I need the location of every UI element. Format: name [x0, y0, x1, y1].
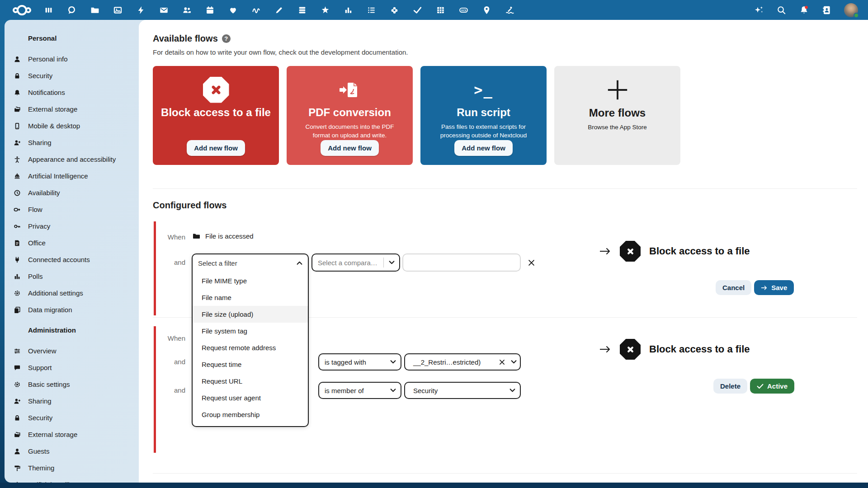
sidebar-item-connected-accounts[interactable]: Connected accounts: [5, 251, 139, 268]
terminal-icon: >_: [474, 81, 493, 99]
sidebar-item-admin-external-storage[interactable]: External storage: [5, 426, 139, 443]
logo-circle-center: [17, 5, 27, 15]
configured-flows-title: Configured flows: [153, 200, 226, 211]
filter-select-value[interactable]: Select a filter: [193, 254, 308, 272]
search-icon[interactable]: [776, 5, 787, 15]
nextcloud-logo[interactable]: [13, 5, 31, 15]
sidebar-item-guests[interactable]: Guests: [5, 443, 139, 460]
photos-icon[interactable]: [112, 5, 123, 15]
sidebar-item-appearance-accessibility[interactable]: Appearance and accessibility: [5, 151, 139, 168]
sidebar-item-overview[interactable]: Overview: [5, 343, 139, 359]
comparator-select[interactable]: Select a compara…: [311, 253, 400, 272]
sidebar-item-privacy[interactable]: Privacy: [5, 218, 139, 235]
sidebar-item-support[interactable]: Support: [5, 359, 139, 376]
check-operator-select[interactable]: is tagged with: [318, 353, 401, 371]
dashboard-icon[interactable]: [43, 5, 54, 15]
talk-icon[interactable]: [66, 5, 77, 15]
add-new-flow-button[interactable]: Add new flow: [321, 140, 379, 156]
add-new-flow-button[interactable]: Add new flow: [187, 140, 245, 156]
calendar-icon[interactable]: [204, 5, 215, 15]
sidebar-item-availability[interactable]: Availability: [5, 184, 139, 201]
app-store-star-icon[interactable]: [320, 5, 330, 15]
flow2-actions: Delete Active: [713, 379, 794, 394]
available-flows-subtitle: For details on how to write your own flo…: [153, 48, 408, 56]
remove-check-icon[interactable]: [526, 257, 537, 268]
filter-option[interactable]: File system tag: [193, 323, 308, 339]
filter-option[interactable]: File name: [193, 289, 308, 306]
notifications-bell-icon[interactable]: [799, 5, 809, 15]
sidebar-item-additional-settings[interactable]: Additional settings: [5, 285, 139, 301]
tables-icon[interactable]: [435, 5, 446, 15]
mail-icon[interactable]: [158, 5, 169, 15]
sidebar-item-personal-info[interactable]: Personal info: [5, 51, 139, 67]
assistant-sparkles-icon[interactable]: [754, 5, 764, 15]
check-operator-select[interactable]: is member of: [318, 382, 401, 399]
check-value-select[interactable]: Security: [404, 382, 521, 399]
tasks-check-icon[interactable]: [412, 5, 423, 15]
cancel-button[interactable]: Cancel: [716, 280, 751, 295]
add-new-flow-button[interactable]: Add new flow: [454, 140, 513, 156]
active-toggle-button[interactable]: Active: [750, 379, 794, 394]
delete-button[interactable]: Delete: [713, 379, 747, 394]
maps-pin-icon[interactable]: [481, 5, 492, 15]
sidebar-item-polls[interactable]: Polls: [5, 268, 139, 285]
card-run-script[interactable]: >_ Run script Pass files to external scr…: [420, 66, 547, 165]
filter-option[interactable]: Request remote address: [193, 339, 308, 356]
activity-icon[interactable]: [135, 5, 146, 15]
section-label-personal: Personal: [5, 33, 139, 43]
clock-icon: [13, 189, 21, 197]
app-icon-bar: OCS: [43, 5, 515, 15]
filter-value-input[interactable]: [402, 253, 521, 272]
filter-option[interactable]: Request time: [193, 356, 308, 373]
help-icon[interactable]: ?: [222, 34, 231, 43]
sidebar-item-admin-sharing[interactable]: Sharing: [5, 393, 139, 409]
ocs-badge-icon[interactable]: OCS: [458, 5, 469, 15]
flow1-actions: Cancel Save: [716, 280, 794, 295]
sidebar-item-security[interactable]: Security: [5, 67, 139, 84]
filter-option[interactable]: File MIME type: [193, 272, 308, 289]
files-icon[interactable]: [89, 5, 100, 15]
card-pdf-conversion[interactable]: PDF conversion Convert documents into th…: [287, 66, 413, 165]
chevron-down-icon: [505, 388, 520, 393]
sidebar-item-theming[interactable]: Theming: [5, 460, 139, 476]
sidebar-item-basic-settings[interactable]: Basic settings: [5, 376, 139, 393]
health-heart-icon[interactable]: [227, 5, 238, 15]
card-block-access[interactable]: Block access to a file Add new flow: [153, 66, 279, 165]
whiteboard-rower-icon[interactable]: [504, 5, 515, 15]
sidebar-item-artificial-intelligence[interactable]: Artificial Intelligence: [5, 168, 139, 184]
card-title: Run script: [457, 106, 510, 119]
save-button[interactable]: Save: [754, 280, 794, 295]
deck-icon[interactable]: [297, 5, 307, 15]
contacts-icon[interactable]: [181, 5, 192, 15]
check-icon: [757, 384, 764, 389]
user-avatar[interactable]: [844, 3, 858, 17]
filter-option-highlighted[interactable]: File size (upload): [193, 306, 308, 323]
office-signature-icon[interactable]: [250, 5, 261, 15]
notes-pencil-icon[interactable]: [274, 5, 284, 15]
card-title: PDF conversion: [308, 106, 391, 119]
flow-event[interactable]: File is accessed: [192, 232, 254, 240]
sidebar-item-sharing[interactable]: Sharing: [5, 134, 139, 151]
card-title: More flows: [589, 107, 646, 119]
sidebar-item-external-storage[interactable]: External storage: [5, 101, 139, 117]
card-more-flows[interactable]: More flows Browse the App Store: [554, 66, 680, 165]
sidebar-item-flow[interactable]: Flow: [5, 201, 139, 218]
check-value-select[interactable]: __2_Restri…estricted): [404, 353, 521, 371]
bottom-navy-bar: [0, 483, 868, 488]
sidebar-item-office[interactable]: Office: [5, 235, 139, 251]
contacts-menu-icon[interactable]: [821, 5, 832, 15]
clear-value-icon[interactable]: [496, 359, 507, 365]
sidebar-item-data-migration[interactable]: Data migration: [5, 301, 139, 318]
filter-option[interactable]: Request user agent: [193, 389, 308, 406]
sidebar-item-notifications[interactable]: Notifications: [5, 84, 139, 101]
sidebar-item-admin-artificial-intelligence[interactable]: Artificial Intelligence: [5, 476, 139, 483]
filter-option[interactable]: Request URL: [193, 373, 308, 389]
tasks-list-icon[interactable]: [366, 5, 377, 15]
analytics-icon[interactable]: [343, 5, 354, 15]
collectives-flower-icon[interactable]: [389, 5, 400, 15]
filter-option[interactable]: Group membership: [193, 406, 308, 423]
top-header-bar: OCS: [0, 0, 868, 20]
filter-select-open[interactable]: Select a filter File MIME type File name…: [192, 253, 309, 427]
sidebar-item-admin-security[interactable]: Security: [5, 409, 139, 426]
sidebar-item-mobile-desktop[interactable]: Mobile & desktop: [5, 117, 139, 134]
